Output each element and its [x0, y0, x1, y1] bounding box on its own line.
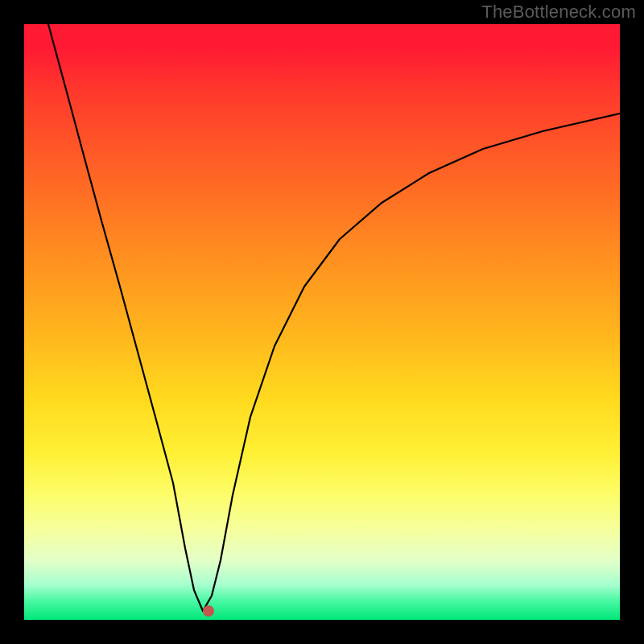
bottleneck-curve	[48, 24, 620, 611]
optimal-marker	[203, 605, 214, 617]
plot-area	[24, 24, 620, 620]
curve-svg	[24, 24, 620, 620]
watermark-text: TheBottleneck.com	[481, 2, 636, 23]
chart-frame: TheBottleneck.com	[0, 0, 644, 644]
